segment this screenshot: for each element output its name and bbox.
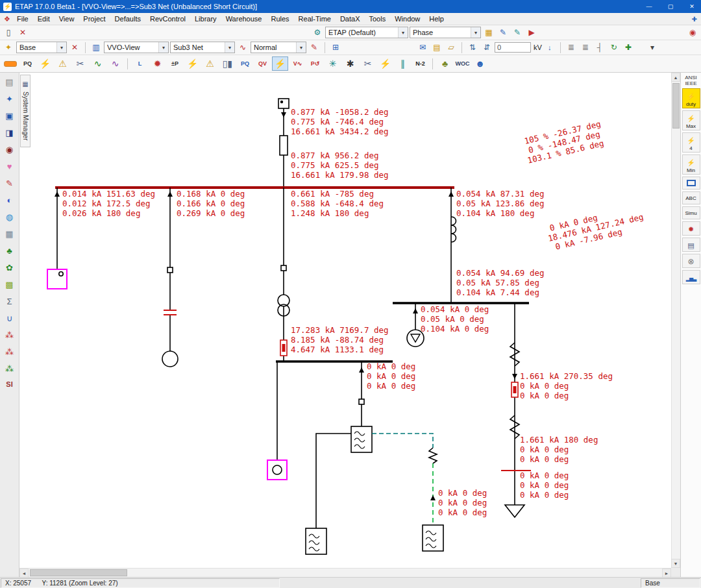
max-button[interactable]: Max	[682, 110, 700, 130]
vertical-scroll-thumb[interactable]	[672, 83, 680, 129]
sticky-note-icon[interactable]: ▤	[430, 42, 443, 53]
tree-red2-icon[interactable]: ⁂	[3, 345, 16, 358]
winding-box-symbol[interactable]	[306, 528, 326, 554]
winding-box-symbol[interactable]	[351, 426, 372, 452]
switch-symbol[interactable]	[359, 399, 364, 404]
menu-item[interactable]: Project	[79, 14, 110, 24]
edit-revision-icon[interactable]: ✎	[308, 42, 321, 53]
vertical-scrollbar[interactable]	[671, 73, 680, 568]
menu-end-icon[interactable]	[692, 15, 697, 23]
v-curve-icon[interactable]: V∿	[289, 56, 306, 71]
menu-item[interactable]: Edit	[33, 14, 55, 24]
one-line-canvas[interactable]: 0.877 kA -1058.2 deg 0.775 kA -746.4 deg…	[19, 73, 680, 577]
feather-icon[interactable]: ✎	[3, 177, 16, 190]
fuse-symbol[interactable]	[280, 340, 287, 356]
t2-connector[interactable]	[359, 361, 364, 426]
ruler-vertical-icon[interactable]: ≣	[579, 42, 592, 53]
menu-item[interactable]: Window	[390, 14, 424, 24]
new-project-icon[interactable]: ▯	[2, 27, 15, 38]
window-maximize-button[interactable]	[661, 0, 680, 13]
bucket-icon[interactable]: ∪	[3, 312, 16, 325]
branch1-connector[interactable]	[55, 188, 60, 269]
utility-symbol[interactable]	[278, 99, 289, 108]
qv-icon[interactable]: QV	[254, 56, 271, 71]
asterisk-icon[interactable]: ✱	[342, 56, 358, 71]
bolt-dc-icon[interactable]: ⚡	[377, 56, 393, 71]
menu-item[interactable]: RevControl	[145, 14, 190, 24]
ruler-horizontal-icon[interactable]: ≣	[565, 42, 578, 53]
edit-pen-teal-icon[interactable]: ✎	[511, 27, 524, 38]
window-minimize-button[interactable]	[640, 0, 658, 13]
battery-icon[interactable]: ▯▮	[219, 56, 236, 71]
menu-item[interactable]: View	[55, 14, 79, 24]
winding-box-symbol[interactable]	[423, 525, 443, 551]
menu-item[interactable]: Real-Time	[294, 14, 336, 24]
hv-breaker-symbol[interactable]	[280, 136, 288, 155]
gis-map-icon[interactable]: ▩	[3, 278, 16, 291]
pq-blue-icon[interactable]: PQ	[237, 56, 253, 71]
kv-down-icon[interactable]	[543, 42, 556, 53]
cap-branch-connector[interactable]	[510, 303, 519, 505]
composite-network-symbol[interactable]	[267, 460, 287, 480]
cut-wave-icon[interactable]: ✂	[72, 56, 88, 71]
load-flow-icon[interactable]: L	[132, 56, 148, 71]
plus-minus-p-icon[interactable]: ±P	[167, 56, 183, 71]
sphere-icon[interactable]: ◐	[3, 193, 16, 206]
settings-gear-icon[interactable]: ⚙	[311, 27, 324, 38]
fuse-symbol[interactable]	[511, 382, 518, 397]
sort-up-icon[interactable]: ⇅	[466, 42, 479, 53]
wave-green-icon[interactable]: ∿	[90, 56, 106, 71]
window-close-button[interactable]	[683, 0, 701, 13]
menu-item[interactable]: Rules	[266, 14, 293, 24]
plant-green-icon[interactable]: ✿	[3, 261, 16, 274]
control-panel-icon[interactable]: ▦	[3, 227, 16, 240]
woc-icon[interactable]: WOC	[454, 56, 471, 71]
motor-connector[interactable]	[413, 303, 418, 330]
chevron-down-icon[interactable]	[296, 42, 306, 53]
deenergized-connector[interactable]	[372, 434, 433, 448]
alert-button[interactable]	[682, 221, 700, 236]
help-target-icon[interactable]: ◉	[686, 27, 699, 38]
capacitor-symbol[interactable]	[164, 310, 177, 315]
chevron-down-icon[interactable]	[398, 27, 408, 38]
tree-green-icon[interactable]: ⁂	[3, 362, 16, 375]
revision-wave-icon[interactable]: ∿	[236, 42, 249, 53]
menu-item[interactable]: Help	[424, 14, 449, 24]
leaf-icon[interactable]: ♣	[437, 56, 453, 71]
four-cycle-button[interactable]: 4	[682, 132, 700, 153]
scroll-up-button[interactable]	[671, 73, 680, 82]
folder-out-icon[interactable]: ▱	[445, 42, 458, 53]
slider-icon[interactable]: ┤	[593, 42, 606, 53]
arc-flash-yellow-icon[interactable]: ⚠	[202, 56, 218, 71]
comment-icon[interactable]: ✉	[416, 42, 429, 53]
n2-contingency-icon[interactable]: N-2	[412, 56, 428, 71]
p-rotate-icon[interactable]: P↺	[307, 56, 323, 71]
chevron-down-icon[interactable]	[56, 42, 66, 53]
parallel-lines-icon[interactable]: ∥	[395, 56, 411, 71]
bolt-red-icon[interactable]: ⚡	[184, 56, 201, 71]
star-tool-icon[interactable]: ✦	[3, 92, 16, 105]
chevron-down-icon[interactable]	[471, 27, 480, 38]
scroll-right-button[interactable]	[662, 569, 671, 577]
view-windows-icon[interactable]: ▥	[90, 42, 103, 53]
tree-red-icon[interactable]: ⁂	[3, 328, 16, 341]
arc-flash-icon[interactable]: ⚠	[55, 56, 71, 71]
kv-value-input[interactable]	[495, 42, 531, 53]
edit-pen-blue-icon[interactable]: ✎	[497, 27, 510, 38]
ground-symbol[interactable]	[505, 505, 524, 517]
project-combo[interactable]: ETAP (Default)	[325, 27, 408, 38]
scroll-down-button[interactable]	[671, 559, 680, 568]
network-combo[interactable]: Sub3 Net	[170, 42, 235, 53]
motor-symbol[interactable]	[407, 330, 424, 347]
chevron-down-icon[interactable]	[225, 42, 234, 53]
phase-combo[interactable]: Phase	[410, 27, 481, 38]
pq-values-icon[interactable]: PQ	[19, 56, 36, 71]
left-leg-connector[interactable]	[316, 434, 351, 528]
chevron-down-icon[interactable]	[158, 42, 168, 53]
abc-button[interactable]: ABC	[682, 191, 700, 204]
menu-item[interactable]: Defaults	[110, 14, 145, 24]
pointer-arrow-icon[interactable]: ▶	[525, 27, 538, 38]
favorites-star-icon[interactable]: ✦	[2, 42, 15, 53]
branch4-connector[interactable]	[449, 188, 456, 303]
close-analysis-button[interactable]	[682, 254, 700, 268]
